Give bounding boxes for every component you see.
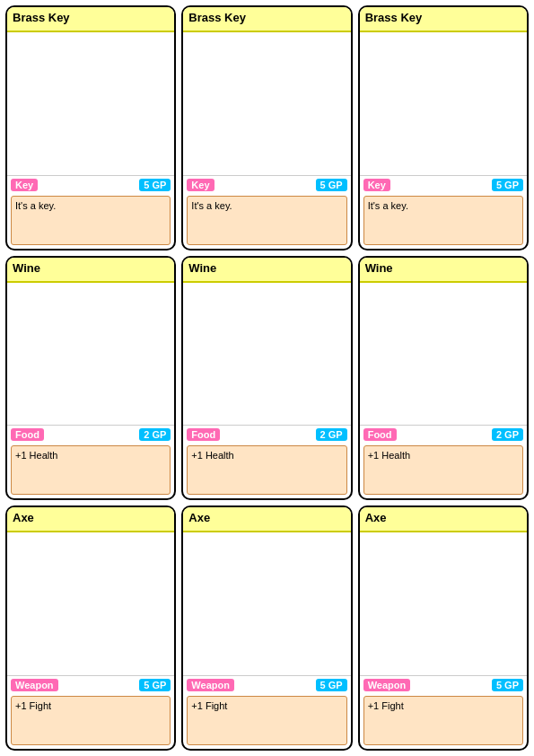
card-type-tag: Weapon	[11, 679, 58, 691]
card-type-tag: Food	[187, 428, 220, 441]
card-title: Axe	[183, 507, 350, 532]
card-wine-3[interactable]: Wine Food 2 GP +1 Health	[358, 256, 529, 501]
card-description: It's a key.	[11, 196, 171, 245]
card-cost-tag: 5 GP	[316, 679, 347, 691]
card-description: +1 Health	[11, 445, 171, 495]
card-title: Wine	[360, 258, 527, 283]
card-wine-2[interactable]: Wine Food 2 GP +1 Health	[181, 256, 352, 501]
card-title: Brass Key	[360, 7, 527, 32]
card-cost-tag: 5 GP	[492, 179, 523, 191]
card-description: +1 Health	[363, 445, 523, 495]
card-image-area	[183, 283, 350, 426]
card-tags-row: Weapon 5 GP	[360, 675, 527, 694]
card-type-tag: Food	[11, 428, 44, 441]
card-tags-row: Food 2 GP	[360, 425, 527, 444]
card-title: Wine	[183, 258, 350, 283]
card-cost-tag: 2 GP	[316, 428, 347, 441]
card-type-tag: Food	[363, 428, 397, 441]
card-grid: Brass Key Key 5 GP It's a key. Brass Key…	[0, 0, 534, 756]
card-cost-tag: 5 GP	[492, 679, 523, 691]
card-image-area	[7, 283, 174, 426]
card-title: Brass Key	[183, 7, 350, 32]
card-cost-tag: 5 GP	[316, 179, 347, 191]
card-image-area	[360, 532, 527, 675]
card-tags-row: Key 5 GP	[7, 175, 174, 194]
card-cost-tag: 2 GP	[492, 428, 523, 441]
card-description: +1 Fight	[11, 696, 171, 745]
card-tags-row: Food 2 GP	[7, 425, 174, 444]
card-tags-row: Key 5 GP	[360, 175, 527, 194]
card-description: +1 Fight	[187, 696, 346, 745]
card-axe-2[interactable]: Axe Weapon 5 GP +1 Fight	[181, 505, 352, 751]
card-title: Axe	[360, 507, 527, 532]
card-image-area	[7, 532, 174, 675]
card-type-tag: Key	[187, 179, 214, 191]
card-brass-key-1[interactable]: Brass Key Key 5 GP It's a key.	[5, 5, 176, 251]
card-tags-row: Food 2 GP	[183, 425, 350, 444]
card-description: It's a key.	[187, 196, 346, 245]
card-description: It's a key.	[363, 196, 523, 245]
card-type-tag: Weapon	[187, 679, 234, 691]
card-title: Brass Key	[7, 7, 174, 32]
card-image-area	[183, 532, 350, 675]
card-image-area	[360, 283, 527, 426]
card-image-area	[183, 32, 350, 175]
card-tags-row: Weapon 5 GP	[183, 675, 350, 694]
card-tags-row: Key 5 GP	[183, 175, 350, 194]
card-brass-key-3[interactable]: Brass Key Key 5 GP It's a key.	[358, 5, 529, 251]
card-image-area	[7, 32, 174, 175]
card-cost-tag: 5 GP	[139, 679, 171, 691]
card-tags-row: Weapon 5 GP	[7, 675, 174, 694]
card-type-tag: Key	[363, 179, 390, 191]
card-cost-tag: 5 GP	[139, 179, 171, 191]
card-description: +1 Health	[187, 445, 346, 495]
card-description: +1 Fight	[363, 696, 523, 745]
card-cost-tag: 2 GP	[139, 428, 171, 441]
card-axe-1[interactable]: Axe Weapon 5 GP +1 Fight	[5, 505, 176, 751]
card-image-area	[360, 32, 527, 175]
card-axe-3[interactable]: Axe Weapon 5 GP +1 Fight	[358, 505, 529, 751]
card-type-tag: Key	[11, 179, 38, 191]
card-brass-key-2[interactable]: Brass Key Key 5 GP It's a key.	[181, 5, 352, 251]
card-title: Axe	[7, 507, 174, 532]
card-title: Wine	[7, 258, 174, 283]
card-type-tag: Weapon	[363, 679, 411, 691]
card-wine-1[interactable]: Wine Food 2 GP +1 Health	[5, 256, 176, 501]
